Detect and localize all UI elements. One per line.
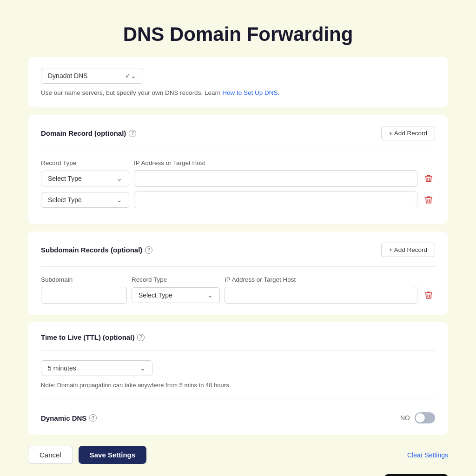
subdomain-type-col-label: Record Type <box>132 276 220 283</box>
dynamic-dns-toggle[interactable] <box>415 412 435 423</box>
dynamic-dns-help-icon[interactable]: ? <box>89 414 97 422</box>
trash-icon <box>424 291 433 300</box>
delete-record-button-1[interactable] <box>422 172 435 185</box>
record-type-dropdown-2[interactable]: Select Type ⌄ <box>41 192 129 208</box>
subdomain-record-divider <box>41 266 435 267</box>
chevron-down-icon: ⌄ <box>207 291 213 299</box>
page-title: DNS Domain Forwarding <box>28 23 448 46</box>
bottom-actions: Cancel Save Settings Clear Settings <box>28 446 448 464</box>
bottom-left-buttons: Cancel Save Settings <box>28 446 146 464</box>
domain-record-card: Domain Record (optional) ? + Add Record … <box>28 115 448 224</box>
how-to-dns-link[interactable]: How to Set Up DNS. <box>222 89 279 96</box>
domain-record-row-1: Select Type ⌄ <box>41 170 435 187</box>
subdomain-record-header: Subdomain Records (optional) ? + Add Rec… <box>41 243 435 257</box>
dynamic-dns-state-label: NO <box>400 414 410 422</box>
ttl-card: Time to Live (TTL) (optional) ? 5 minute… <box>28 322 448 435</box>
domain-record-title: Domain Record (optional) ? <box>41 129 136 137</box>
ttl-title: Time to Live (TTL) (optional) ? <box>41 333 435 341</box>
subdomain-record-help-icon[interactable]: ? <box>145 246 152 254</box>
domain-record-row-2: Select Type ⌄ <box>41 192 435 208</box>
delete-subdomain-button-1[interactable] <box>422 289 435 302</box>
brand-badge: b loggersneed <box>384 474 448 476</box>
description-text: Use our name servers, but specify your o… <box>41 89 435 96</box>
subdomain-type-dropdown-1[interactable]: Select Type ⌄ <box>132 287 220 303</box>
ttl-divider <box>41 350 435 351</box>
delete-record-button-2[interactable] <box>422 193 435 206</box>
subdomain-type-placeholder-1: Select Type <box>139 291 172 299</box>
subdomain-record-title: Subdomain Records (optional) ? <box>41 246 152 254</box>
dns-type-selected-value: Dynadot DNS <box>48 72 88 79</box>
subdomain-record-row-1: Select Type ⌄ <box>41 287 435 304</box>
chevron-down-icon: ✓⌄ <box>125 72 136 79</box>
save-settings-button[interactable]: Save Settings <box>79 446 146 464</box>
ttl-note: Note: Domain propagation can take anywhe… <box>41 382 435 389</box>
dynamic-dns-divider <box>41 398 435 398</box>
record-type-dropdown-1[interactable]: Select Type ⌄ <box>41 171 129 186</box>
domain-record-col-labels: Record Type IP Address or Target Host <box>41 159 435 166</box>
trash-icon <box>424 174 433 183</box>
chevron-down-icon: ⌄ <box>117 175 122 182</box>
record-type-col-label: Record Type <box>41 159 129 166</box>
subdomain-records-card: Subdomain Records (optional) ? + Add Rec… <box>28 231 448 315</box>
domain-record-help-icon[interactable]: ? <box>129 130 136 137</box>
domain-record-header: Domain Record (optional) ? + Add Record <box>41 126 435 140</box>
record-type-placeholder-2: Select Type <box>48 196 82 204</box>
record-type-placeholder-1: Select Type <box>48 175 82 182</box>
ip-address-col-label: IP Address or Target Host <box>134 159 435 166</box>
domain-record-divider <box>41 150 435 150</box>
ttl-selected-value: 5 minutes <box>48 364 76 372</box>
subdomain-ip-input-1[interactable] <box>225 287 417 304</box>
page-wrapper: DNS Domain Forwarding Dynadot DNS ✓⌄ Use… <box>9 9 467 476</box>
ip-address-input-2[interactable] <box>134 192 417 208</box>
subdomain-ip-col-label: IP Address or Target Host <box>225 276 435 283</box>
subdomain-input-1[interactable] <box>41 287 127 304</box>
domain-add-record-button[interactable]: + Add Record <box>381 126 435 140</box>
ip-address-input-1[interactable] <box>134 170 417 187</box>
trash-icon <box>424 195 433 205</box>
dns-selector-card: Dynadot DNS ✓⌄ Use our name servers, but… <box>28 57 448 107</box>
chevron-down-icon: ⌄ <box>140 364 145 372</box>
subdomain-add-record-button[interactable]: + Add Record <box>381 243 435 257</box>
dynamic-dns-toggle-wrapper: NO <box>400 412 435 423</box>
subdomain-col-labels: Subdomain Record Type IP Address or Targ… <box>41 276 435 283</box>
ttl-dropdown[interactable]: 5 minutes ⌄ <box>41 360 152 376</box>
chevron-down-icon: ⌄ <box>117 196 122 204</box>
dynamic-dns-title: Dynamic DNS ? <box>41 414 97 422</box>
dns-type-selector: Dynadot DNS ✓⌄ <box>41 68 435 84</box>
subdomain-col-label: Subdomain <box>41 276 127 283</box>
dynamic-dns-row: Dynamic DNS ? NO <box>41 408 435 423</box>
clear-settings-button[interactable]: Clear Settings <box>407 451 448 459</box>
ttl-help-icon[interactable]: ? <box>137 334 145 341</box>
dns-type-dropdown[interactable]: Dynadot DNS ✓⌄ <box>41 68 143 84</box>
cancel-button[interactable]: Cancel <box>28 446 73 464</box>
